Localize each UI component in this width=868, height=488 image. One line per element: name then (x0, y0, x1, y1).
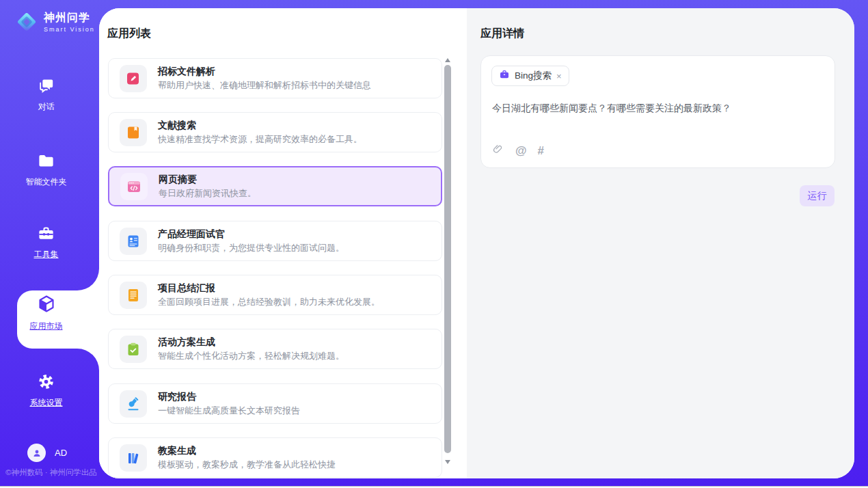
cube-icon (36, 305, 57, 316)
app-name: 网页摘要 (159, 172, 256, 186)
app-name: 教案生成 (158, 444, 336, 457)
webpage-icon (120, 173, 148, 200)
user-initials: AD (55, 448, 67, 458)
app-list-panel: 应用列表 招标文件解析 帮助用户快速、准确地理解和解析招标书中的关键信息 文献搜… (99, 8, 467, 478)
brand-subtitle: Smart Vision (44, 26, 95, 33)
app-list-scrollbar[interactable] (444, 57, 452, 465)
app-desc: 帮助用户快速、准确地理解和解析招标书中的关键信息 (158, 79, 371, 92)
app-card-event-plan[interactable]: 活动方案生成 智能生成个性化活动方案，轻松解决规划难题。 (108, 329, 442, 369)
report-doc-icon (120, 282, 147, 309)
toolbox-icon (37, 233, 55, 245)
tool-tag-bing-search[interactable]: Bing搜索 × (491, 66, 569, 86)
app-card-project-summary[interactable]: 项目总结汇报 全面回顾项目进展，总结经验教训，助力未来优化发展。 (108, 275, 442, 315)
composer-toolbar: @ # (492, 144, 544, 159)
topic-icon[interactable]: # (538, 144, 544, 158)
sidebar-item-label: 对话 (0, 101, 92, 113)
app-detail-panel: 应用详情 Bing搜索 × 今日湖北有哪些新闻要点？有哪些需要关注的最新政策？ … (467, 8, 854, 478)
app-name: 文献搜索 (158, 118, 362, 132)
app-name: 项目总结汇报 (158, 281, 380, 295)
book-icon (120, 119, 147, 146)
folder-icon (37, 161, 55, 172)
scrollbar-thumb[interactable] (444, 65, 451, 453)
sidebar-item-toolset[interactable]: 工具集 (0, 224, 92, 260)
sidebar-item-settings[interactable]: 系统设置 (0, 372, 92, 409)
tool-tag-label: Bing搜索 (515, 70, 552, 82)
avatar[interactable] (27, 444, 46, 462)
research-icon (120, 390, 147, 418)
sidebar-item-chat[interactable]: 对话 (0, 77, 92, 113)
scroll-down-icon[interactable] (445, 460, 450, 464)
sidebar-item-label: 工具集 (0, 249, 92, 260)
gear-icon (37, 381, 55, 393)
sidebar-item-app-market[interactable]: 应用市场 (0, 294, 92, 332)
app-desc: 模板驱动，教案秒成，教学准备从此轻松快捷 (158, 459, 336, 472)
mention-icon[interactable]: @ (515, 144, 527, 158)
query-composer[interactable]: Bing搜索 × 今日湖北有哪些新闻要点？有哪些需要关注的最新政策？ @ # (480, 55, 835, 168)
app-name: 招标文件解析 (158, 64, 371, 78)
app-name: 活动方案生成 (158, 335, 344, 349)
chat-icon (37, 85, 55, 97)
clipboard-icon (120, 336, 147, 363)
app-list-title: 应用列表 (107, 27, 151, 41)
app-card-literature-search[interactable]: 文献搜索 快速精准查找学术资源，提高研究效率的必备工具。 (108, 112, 442, 152)
edit-doc-icon (120, 65, 147, 92)
brand-diamond-icon (14, 9, 40, 35)
app-detail-title: 应用详情 (480, 27, 524, 41)
person-icon (31, 448, 42, 459)
app-desc: 快速精准查找学术资源，提高研究效率的必备工具。 (158, 133, 362, 146)
user-account[interactable]: AD (27, 444, 67, 462)
sidebar-item-smart-folders[interactable]: 智能文件夹 (0, 152, 92, 188)
app-name: 研究报告 (158, 390, 300, 403)
app-desc: 全面回顾项目进展，总结经验教训，助力未来优化发展。 (158, 296, 380, 309)
app-card-lesson-plan[interactable]: 教案生成 模板驱动，教案秒成，教学准备从此轻松快捷 (108, 437, 442, 478)
interview-icon (120, 228, 147, 255)
app-card-webpage-summary[interactable]: 网页摘要 每日政府新闻资讯快查。 (108, 166, 442, 206)
query-text[interactable]: 今日湖北有哪些新闻要点？有哪些需要关注的最新政策？ (492, 101, 820, 116)
scroll-up-icon[interactable] (445, 58, 450, 62)
app-card-research-report[interactable]: 研究报告 一键智能生成高质量长文本研究报告 (108, 383, 442, 424)
books-icon (120, 444, 147, 472)
app-desc: 明确身份和职责，为您提供专业性的面试问题。 (158, 242, 344, 255)
run-button[interactable]: 运行 (800, 185, 835, 206)
brand-name: 神州问学 (44, 11, 95, 25)
close-icon[interactable]: × (556, 71, 562, 81)
app-name: 产品经理面试官 (158, 227, 344, 241)
app-desc: 每日政府新闻资讯快查。 (159, 187, 256, 200)
app-card-pm-interviewer[interactable]: 产品经理面试官 明确身份和职责，为您提供专业性的面试问题。 (108, 221, 442, 261)
sidebar-item-label: 系统设置 (0, 397, 92, 409)
sidebar: 神州问学 Smart Vision 对话 智能文件夹 工具集 应用市场 系统设置 (0, 0, 99, 488)
app-desc: 智能生成个性化活动方案，轻松解决规划难题。 (158, 350, 344, 363)
attachment-icon[interactable] (492, 144, 504, 159)
app-card-bid-parse[interactable]: 招标文件解析 帮助用户快速、准确地理解和解析招标书中的关键信息 (108, 58, 442, 98)
brand-logo: 神州问学 Smart Vision (14, 9, 95, 35)
sidebar-item-label: 智能文件夹 (0, 176, 92, 188)
briefcase-icon (499, 69, 510, 83)
main-content: 应用列表 招标文件解析 帮助用户快速、准确地理解和解析招标书中的关键信息 文献搜… (99, 8, 854, 478)
app-desc: 一键智能生成高质量长文本研究报告 (158, 405, 300, 418)
sidebar-item-label: 应用市场 (0, 321, 92, 332)
sidebar-footer: ©神州数码 · 神州问学出品 (5, 467, 97, 478)
